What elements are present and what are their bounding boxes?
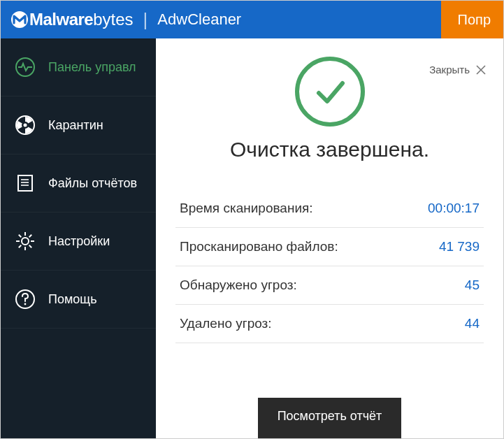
stat-label: Удалено угроз: [180,316,272,331]
logo-icon [10,10,29,29]
sidebar-item-reports[interactable]: Файлы отчётов [1,154,156,213]
svg-line-17 [19,245,22,248]
result-title: Очистка завершена. [156,138,503,161]
stat-row-scan-time: Время сканирования: 00:00:17 [175,189,484,228]
app-header: Malwarebytes | AdwCleaner Попр [1,1,503,38]
header-action-button[interactable]: Попр [441,1,503,38]
stat-row-threats-found: Обнаружено угроз: 45 [175,266,484,305]
stat-row-files-scanned: Просканировано файлов: 41 739 [175,228,484,266]
gear-icon [13,231,37,252]
sidebar-item-label: Панель управл [48,60,136,75]
brand-logo: Malwarebytes [10,10,134,29]
sidebar-item-label: Помощь [48,292,97,307]
sidebar-item-quarantine[interactable]: Карантин [1,96,156,154]
header-divider: | [143,9,148,31]
brand-text-bold: Malware [29,10,93,29]
svg-line-18 [29,235,32,238]
footer: Посмотреть отчёт [156,398,503,439]
stat-label: Просканировано файлов: [180,239,338,254]
stat-value: 41 739 [439,239,480,254]
sidebar-item-label: Файлы отчётов [48,176,137,191]
svg-line-15 [19,235,22,238]
sidebar-item-settings[interactable]: Настройки [1,213,156,271]
stat-row-threats-removed: Удалено угроз: 44 [175,305,484,343]
brand-text-light: bytes [93,10,133,29]
sidebar: Панель управл Карантин [1,38,156,439]
sidebar-item-label: Карантин [48,118,103,133]
sidebar-item-label: Настройки [48,234,110,249]
stat-label: Время сканирования: [180,201,313,216]
stat-value: 44 [465,316,480,331]
success-check-icon [295,57,365,127]
close-icon [475,64,487,75]
stat-label: Обнаружено угроз: [180,278,297,293]
close-label: Закрыть [429,64,470,75]
help-icon [13,289,37,310]
svg-point-5 [24,124,27,127]
close-button[interactable]: Закрыть [429,64,487,75]
sidebar-item-dashboard[interactable]: Панель управл [1,38,156,96]
document-icon [13,173,37,194]
stats-table: Время сканирования: 00:00:17 Просканиров… [175,189,484,343]
stat-value: 45 [465,278,480,293]
stat-value: 00:00:17 [428,201,480,216]
sidebar-item-help[interactable]: Помощь [1,271,156,329]
svg-line-16 [29,245,32,248]
view-report-button[interactable]: Посмотреть отчёт [258,398,402,439]
main-panel: Закрыть Очистка завершена. Время сканиро… [156,38,503,439]
product-name: AdwCleaner [157,10,241,29]
svg-point-10 [22,238,29,245]
svg-rect-6 [18,175,32,191]
activity-icon [13,57,37,78]
svg-point-20 [24,303,27,305]
radiation-icon [13,115,37,136]
